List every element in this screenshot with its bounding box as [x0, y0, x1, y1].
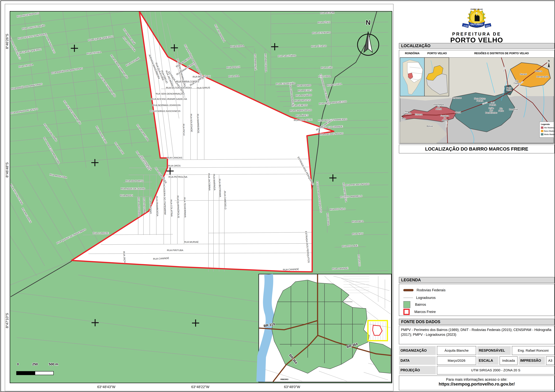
date-value: Março/2026 — [437, 356, 476, 365]
city-crest-logo: PORTO VELHOOUTUBRO 2 DE1914 — [457, 5, 497, 31]
svg-text:Bolívia: Bolívia — [427, 125, 433, 127]
svg-text:N: N — [548, 59, 550, 62]
svg-text:RUA ESDRAS SHOCKNESS: RUA ESDRAS SHOCKNESS — [150, 110, 180, 112]
resp-value: Eng. Rafael Ronconi — [512, 346, 555, 355]
svg-text:RUA PICUI: RUA PICUI — [182, 124, 185, 135]
svg-text:RUA DELFIM: RUA DELFIM — [320, 11, 334, 14]
svg-text:2 DE: 2 DE — [464, 25, 468, 27]
svg-text:RUA TOURO: RUA TOURO — [297, 84, 311, 87]
svg-text:PORTO VELHO: PORTO VELHO — [471, 8, 483, 10]
minimap-title-portovelho: PORTO VELHO — [425, 52, 449, 55]
data-sources-box: PMPV - Perímetro dos Bairros (1989); DNI… — [399, 326, 555, 344]
svg-text:RUA SIRIUS: RUA SIRIUS — [197, 86, 210, 89]
svg-text:Demarcação: Demarcação — [536, 75, 548, 78]
logo-line-2: PORTO VELHO — [399, 36, 555, 44]
svg-text:RUA PETROLINA: RUA PETROLINA — [168, 176, 187, 178]
map-sheet-title: LOCALIZAÇÃO DO BAIRRO MARCOS FREIRE — [399, 145, 555, 153]
main-map-canvas[interactable]: RUA HIGIENÓPOLISRUA CONSTELAÇÃORUA VICEN… — [10, 11, 392, 383]
svg-text:RIBEIRO: RIBEIRO — [280, 378, 288, 380]
svg-text:Médio Madeira: Médio Madeira — [544, 134, 554, 135]
print-label: IMPRESSÃO — [519, 356, 545, 365]
svg-text:1914: 1914 — [485, 25, 490, 27]
svg-text:RUA PIRITUBA: RUA PIRITUBA — [167, 249, 183, 251]
section-header-legenda: LEGENDA — [399, 277, 555, 283]
svg-text:RUA LUMIERE: RUA LUMIERE — [93, 232, 109, 234]
svg-text:RUA NILTON AZEVEDO: RUA NILTON AZEVEDO — [166, 86, 191, 89]
legend-label: Rodovias Federais — [416, 288, 445, 292]
svg-text:RUA FÊNIX: RUA FÊNIX — [318, 21, 330, 24]
projection-label: PROJEÇÃO — [399, 366, 436, 374]
svg-text:0: 0 — [17, 362, 19, 366]
logo-line-1: PREFEITURA DE — [399, 32, 555, 36]
rodovias-line-swatch — [403, 289, 413, 291]
svg-text:RUA APOGI: RUA APOGI — [120, 194, 133, 197]
inset-city-map: BR 319BR 364BR 364RIBEIRO — [259, 274, 391, 382]
org-value: Ácquila Blanche — [437, 346, 476, 355]
svg-text:RUA MARIA CORTEZ: RUA MARIA CORTEZ — [176, 80, 199, 83]
lat-label-1: 8°46′26″S — [5, 34, 9, 49]
svg-text:500 m: 500 m — [49, 362, 58, 366]
svg-text:Baixo Madeira: Baixo Madeira — [544, 130, 554, 132]
footer-url[interactable]: https://sempog.portovelho.ro.gov.br/ — [399, 382, 554, 386]
section-header-localizacao: LOCALIZAÇÃO — [399, 43, 555, 49]
svg-text:Extrema: Extrema — [415, 113, 423, 116]
svg-text:PortoVelho: PortoVelho — [506, 87, 511, 91]
svg-text:Rondônia: Rondônia — [509, 108, 518, 111]
lon-label-1: 63°48′43″W — [97, 385, 115, 389]
svg-text:Acre: Acre — [402, 118, 406, 120]
scale-label: ESCALA — [477, 356, 498, 365]
minimap-title-regioes: REGIÕES E DISTRITOS DE PORTO VELHO — [449, 52, 554, 55]
legend-item-marcos-freire: Marcos Freire — [403, 309, 436, 315]
svg-text:RUA TALISMÃ: RUA TALISMÃ — [143, 198, 146, 213]
lat-label-3: 8°47′10″S — [5, 313, 9, 328]
marcos-freire-swatch — [403, 309, 410, 315]
minimap-title-rondonia: RONDÔNIA — [400, 52, 425, 55]
svg-text:OUTUBRO: OUTUBRO — [470, 23, 483, 26]
svg-text:RUA ÁRIES: RUA ÁRIES — [296, 114, 308, 117]
svg-text:Alto Madeira: Alto Madeira — [544, 127, 554, 129]
print-value: A3 — [546, 356, 555, 365]
svg-text:RUA ORÓS: RUA ORÓS — [168, 164, 181, 167]
svg-text:N: N — [366, 19, 371, 26]
scale-value: Indicada — [500, 356, 518, 365]
svg-text:Abunã: Abunã — [455, 111, 461, 114]
lon-label-3: 63°48′0″W — [284, 385, 300, 389]
legend-box: Rodovias Federais Logradouros Bairros Ma… — [399, 284, 555, 316]
svg-text:RUA CANOAS: RUA CANOAS — [167, 156, 182, 159]
svg-text:RUA NORMAN JOHNSON: RUA NORMAN JOHNSON — [153, 104, 181, 107]
footer-note: Para mais informações acesso o site: — [399, 377, 554, 382]
legend-label: Logradouros — [416, 296, 436, 300]
svg-text:RUA PEIXES: RUA PEIXES — [298, 89, 312, 92]
svg-text:RUA NOVE DE JULHO: RUA NOVE DE JULHO — [121, 187, 145, 190]
org-label: ORGANIZAÇÃO — [399, 346, 436, 355]
legend-label: Bairros — [415, 303, 426, 306]
legend-label: Marcos Freire — [414, 310, 436, 314]
svg-text:RUA LEÃO: RUA LEÃO — [321, 66, 333, 69]
legend-item-logradouros: Logradouros — [403, 296, 436, 300]
svg-text:Legenda: Legenda — [541, 123, 550, 125]
svg-text:RUA DO PORTO: RUA DO PORTO — [125, 179, 143, 182]
legend-item-rodovias: Rodovias Federais — [403, 288, 445, 292]
svg-text:RUA PÉGASO: RUA PÉGASO — [311, 45, 327, 48]
svg-text:RUA ACESSO IRANIR GADELHA: RUA ACESSO IRANIR GADELHA — [151, 98, 187, 100]
projection-value: UTM SIRGAS 2000 - ZONA 20 S — [437, 366, 555, 374]
bairros-swatch — [403, 301, 410, 308]
date-label: DATA — [399, 356, 436, 365]
localizacao-minimaps[interactable]: AmazonasCalamaNazaréDemarcaçãoSãoCarlosP… — [399, 57, 554, 143]
lat-label-2: 8°46′48″S — [5, 162, 9, 178]
logradouros-line-swatch — [403, 298, 413, 298]
resp-label: RESPONSÁVEL — [477, 346, 511, 355]
svg-text:RUA MURIAÉ: RUA MURIAÉ — [184, 241, 199, 243]
section-header-fonte: FONTE DOS DADOS — [399, 319, 555, 325]
svg-text:RUA SEM DENOMINAÇÃO: RUA SEM DENOMINAÇÃO — [155, 93, 184, 95]
lon-label-2: 63°48′22″W — [191, 385, 209, 389]
svg-text:250: 250 — [32, 362, 38, 366]
svg-text:Calama: Calama — [535, 70, 542, 72]
legend-item-bairros: Bairros — [403, 301, 426, 308]
svg-text:Nazaré: Nazaré — [520, 73, 527, 75]
footer-box: Para mais informações acesso o site: htt… — [399, 376, 555, 390]
svg-text:Amazonas: Amazonas — [452, 97, 461, 99]
